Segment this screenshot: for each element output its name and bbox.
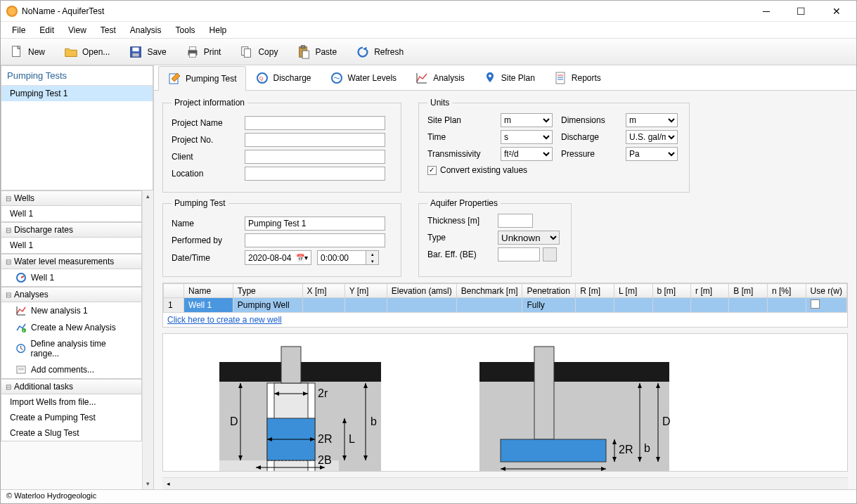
col-type[interactable]: Type [233, 284, 302, 298]
menu-analysis[interactable]: Analysis [124, 24, 167, 37]
create-pumping-test-item[interactable]: Create a Pumping Test [1, 410, 141, 425]
create-analysis-item[interactable]: +Create a New Analysis [1, 319, 141, 336]
left-scrollbar[interactable]: ▴ ▾ [142, 190, 153, 489]
pressure-unit-select[interactable]: Pa [626, 147, 678, 161]
site-plan-icon [483, 71, 497, 85]
well-item[interactable]: Well 1 [1, 206, 141, 221]
menu-tools[interactable]: Tools [170, 24, 201, 37]
thickness-input[interactable] [498, 214, 533, 228]
note-icon [15, 364, 27, 375]
menu-help[interactable]: Help [204, 24, 233, 37]
open-icon [63, 44, 79, 60]
location-input[interactable] [245, 167, 385, 181]
save-button[interactable]: Save [125, 42, 169, 62]
pumping-test-item[interactable]: Pumping Test 1 [1, 86, 153, 101]
scroll-left-icon[interactable]: ◂ [162, 478, 174, 489]
time-spinner[interactable]: ▴▾ [366, 250, 379, 265]
tab-water-levels[interactable]: Water Levels [321, 65, 406, 90]
new-button[interactable]: New [6, 42, 48, 62]
analysis-item[interactable]: New analysis 1 [1, 302, 141, 319]
dimensions-unit-select[interactable]: m [626, 113, 678, 127]
waterlevel-item[interactable]: Well 1 [1, 269, 141, 286]
pt-name-input[interactable] [245, 217, 385, 231]
collapse-icon: ⊟ [6, 226, 11, 234]
siteplan-unit-label: Site Plan [427, 115, 495, 125]
col-B[interactable]: B [m] [729, 284, 768, 298]
tab-analysis[interactable]: Analysis [406, 65, 474, 90]
col-b[interactable]: b [m] [652, 284, 691, 298]
bareff-button[interactable] [543, 247, 557, 261]
bareff-input[interactable] [498, 247, 540, 261]
collapse-icon: ⊟ [6, 195, 11, 202]
col-n[interactable]: n [%] [767, 284, 806, 298]
open-button[interactable]: Open... [60, 42, 112, 62]
wells-table: Name Type X [m] Y [m] Elevation (amsl) B… [162, 283, 848, 328]
refresh-button[interactable]: Refresh [352, 42, 406, 62]
print-button[interactable]: Print [182, 42, 224, 62]
menu-test[interactable]: Test [95, 24, 122, 37]
tab-discharge[interactable]: QDischarge [246, 65, 321, 90]
svg-rect-6 [189, 46, 195, 50]
aqtype-select[interactable]: Unknown [498, 231, 560, 245]
tab-pumping-test[interactable]: Pumping Test [158, 66, 246, 91]
col-num[interactable] [164, 284, 184, 298]
time-input[interactable]: 0:00:00 [317, 250, 366, 265]
discharge-unit-label: Discharge [561, 132, 620, 142]
col-r[interactable]: r [m] [691, 284, 729, 298]
tab-site-plan[interactable]: Site Plan [474, 65, 544, 90]
discharge-unit-select[interactable]: U.S. gal/min [626, 130, 678, 144]
menu-file[interactable]: File [6, 24, 31, 37]
table-row[interactable]: 1 Well 1 Pumping Well Fully [164, 298, 847, 313]
col-R[interactable]: R [m] [576, 284, 614, 298]
time-range-item[interactable]: Define analysis time range... [1, 336, 141, 361]
discharge-item[interactable]: Well 1 [1, 238, 141, 253]
maximize-button[interactable]: ☐ [790, 3, 813, 20]
date-picker[interactable]: 2020-08-04📅▾ [245, 250, 311, 265]
close-button[interactable]: ✕ [825, 3, 848, 20]
paste-button[interactable]: Paste [293, 42, 340, 62]
scroll-up-icon[interactable]: ▴ [143, 190, 153, 202]
menu-bar: File Edit View Test Analysis Tools Help [1, 22, 856, 39]
diagram-hscroll[interactable]: ◂ [162, 477, 848, 489]
col-L[interactable]: L [m] [614, 284, 652, 298]
svg-rect-7 [189, 53, 195, 57]
convert-label: Convert existing values [440, 165, 527, 175]
col-use[interactable]: Use r(w) [806, 284, 846, 298]
time-unit-select[interactable]: s [501, 130, 553, 144]
col-bench[interactable]: Benchmark [m] [456, 284, 522, 298]
analyses-section-header[interactable]: ⊟Analyses [1, 287, 141, 302]
well-diagram-2: 2L 2R b D [458, 341, 683, 472]
convert-checkbox[interactable] [427, 166, 437, 175]
project-no-input[interactable] [245, 133, 385, 147]
svg-rect-4 [133, 53, 139, 56]
collapse-icon: ⊟ [6, 383, 11, 391]
col-x[interactable]: X [m] [302, 284, 344, 298]
import-wells-item[interactable]: Import Wells from file... [1, 394, 141, 410]
discharge-section-header[interactable]: ⊟Discharge rates [1, 223, 141, 238]
menu-edit[interactable]: Edit [34, 24, 60, 37]
pt-performed-input[interactable] [245, 233, 385, 247]
col-pen[interactable]: Penetration [522, 284, 576, 298]
scroll-down-icon[interactable]: ▾ [143, 478, 153, 489]
create-slug-test-item[interactable]: Create a Slug Test [1, 425, 141, 441]
chart-add-icon: + [15, 322, 27, 333]
client-input[interactable] [245, 150, 385, 164]
project-name-input[interactable] [245, 116, 385, 130]
use-rw-checkbox[interactable] [811, 299, 820, 309]
col-y[interactable]: Y [m] [344, 284, 387, 298]
col-name[interactable]: Name [184, 284, 233, 298]
col-elev[interactable]: Elevation (amsl) [387, 284, 456, 298]
comments-item[interactable]: Add comments... [1, 361, 141, 378]
waterlevel-section-header[interactable]: ⊟Water level measurements [1, 254, 141, 269]
additional-section-header[interactable]: ⊟Additional tasks [1, 380, 141, 394]
siteplan-unit-select[interactable]: m [501, 113, 553, 127]
svg-rect-33 [556, 72, 565, 84]
menu-view[interactable]: View [63, 24, 92, 37]
new-well-link[interactable]: Click here to create a new well [163, 313, 847, 327]
wells-section-header[interactable]: ⊟Wells [1, 191, 141, 206]
transmissivity-unit-select[interactable]: ft²/d [501, 147, 553, 161]
well-diagram-1: D 2r 2R 2B L b [177, 341, 402, 472]
tab-reports[interactable]: Reports [544, 65, 610, 90]
copy-button[interactable]: Copy [236, 42, 281, 62]
minimize-button[interactable]: ─ [756, 3, 777, 20]
